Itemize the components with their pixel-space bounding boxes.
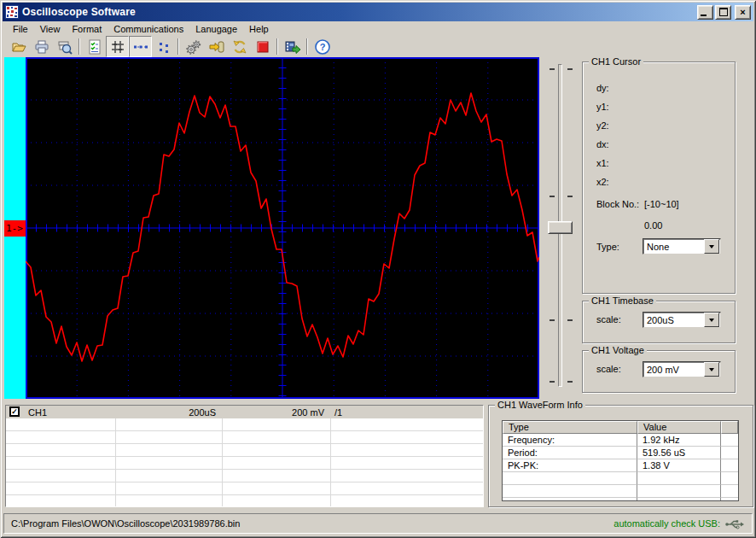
menu-communications[interactable]: Communications (108, 23, 189, 35)
oscilloscope-display (26, 57, 539, 399)
ch1-timebase-title: CH1 Timebase (589, 295, 656, 306)
close-button[interactable]: × (735, 5, 751, 20)
ch1-timebase-value: 200uS (116, 407, 223, 418)
grid-toggle-button[interactable] (106, 36, 129, 57)
dropdown-button[interactable] (704, 362, 719, 377)
toolbar-separator (306, 38, 308, 55)
slider-tick (550, 319, 555, 321)
dots-mode-button[interactable] (152, 36, 175, 57)
grid-icon (109, 38, 126, 56)
print-preview-button[interactable] (53, 36, 76, 57)
usb-icon (724, 518, 745, 529)
ch1-cursor-title: CH1 Cursor (589, 56, 643, 67)
slider-tick (550, 68, 555, 70)
minimize-icon (701, 15, 707, 16)
table-row (6, 444, 483, 457)
dropdown-button[interactable] (704, 239, 719, 254)
connect-device-button[interactable] (205, 36, 228, 57)
ch1-voltage-title: CH1 Voltage (589, 345, 647, 355)
ch1-checkbox[interactable]: ✓ (9, 406, 20, 417)
vertical-position-slider (544, 60, 575, 391)
cursor-x2-label: x2: (596, 177, 609, 187)
close-icon: × (740, 8, 745, 16)
table-row (503, 472, 738, 485)
voltage-scale-value: 200 mV (643, 365, 703, 375)
slider-tick (567, 68, 573, 70)
menu-language[interactable]: Lanugage (189, 23, 243, 35)
slider-tick (567, 196, 573, 197)
slider-handle[interactable] (548, 221, 573, 234)
channel-list-button[interactable] (83, 36, 106, 57)
table-row (503, 498, 738, 501)
settings-button[interactable] (182, 36, 205, 57)
app-icon (5, 5, 19, 19)
cursor-type-value: None (643, 242, 703, 252)
timebase-scale-select[interactable]: 200uS (643, 312, 721, 328)
maximize-icon (719, 8, 728, 16)
menu-format[interactable]: Format (66, 23, 108, 35)
ch1-name: CH1 (6, 407, 116, 418)
cursor-y1-label: y1: (596, 102, 609, 112)
cursor-y2-label: y2: (596, 120, 609, 131)
pkpk-value: 1.38 V (637, 459, 721, 472)
channel1-position-marker[interactable]: 1-> (4, 220, 26, 237)
frequency-value: 1.92 kHz (637, 434, 721, 447)
waveform-info-table: Type Value Frequency: 1.92 kHz Period: 5… (502, 420, 739, 501)
voltage-scale-select[interactable]: 200 mV (643, 361, 721, 377)
help-icon: ? (314, 38, 331, 56)
refresh-icon (231, 38, 248, 56)
connect-icon (208, 38, 225, 56)
usb-status-text: automatically check USB: (614, 518, 720, 529)
chevron-down-icon (709, 245, 714, 249)
timebase-scale-value: 200uS (643, 315, 703, 325)
toolbar-separator (276, 38, 278, 55)
cursor-dy-label: dy: (596, 83, 609, 93)
spacer-column-header (721, 421, 738, 434)
cursor-type-label: Type: (596, 242, 619, 252)
title-bar: Oscilloscope Software × (3, 3, 753, 21)
menu-view[interactable]: View (34, 23, 67, 35)
menu-file[interactable]: File (7, 23, 34, 35)
open-file-button[interactable] (7, 36, 30, 57)
print-preview-icon (56, 38, 73, 56)
dropdown-button[interactable] (704, 313, 719, 327)
stop-icon (254, 38, 271, 56)
waveform-info-title: CH1 WaveForm Info (495, 400, 585, 410)
print-button[interactable] (30, 36, 53, 57)
svg-text:?: ? (319, 42, 325, 52)
value-column-header: Value (637, 421, 721, 434)
slider-tick (550, 196, 555, 197)
pkpk-row: PK-PK: 1.38 V (503, 459, 738, 472)
block-no-label: Block No.: (596, 199, 639, 209)
frequency-label: Frequency: (503, 434, 637, 447)
frequency-row: Frequency: 1.92 kHz (503, 434, 738, 447)
chevron-down-icon (709, 319, 714, 322)
stop-button[interactable] (251, 36, 274, 57)
dot-line-mode-button[interactable] (129, 36, 152, 57)
ch1-cursor-panel: CH1 Cursor dy: y1: y2: dx: x1: x2: Block… (582, 61, 736, 294)
timebase-scale-label: scale: (596, 314, 621, 325)
maximize-button[interactable] (715, 5, 731, 20)
table-row (6, 418, 483, 431)
pkpk-label: PK-PK: (503, 459, 637, 472)
type-column-header: Type (503, 421, 637, 434)
usb-status-area: automatically check USB: (614, 518, 745, 529)
refresh-button[interactable] (228, 36, 251, 57)
help-button[interactable]: ? (311, 36, 334, 57)
ch1-voltage-panel: CH1 Voltage scale: 200 mV (582, 350, 736, 393)
block-no-value: 0.00 (644, 220, 662, 231)
minimize-button[interactable] (697, 5, 713, 20)
table-row (6, 482, 483, 495)
channel-row-ch1[interactable]: ✓ CH1 200uS 200 mV /1 (6, 406, 483, 418)
checklist-icon (86, 38, 103, 56)
menu-help[interactable]: Help (243, 23, 275, 35)
toolbar: ? (3, 36, 753, 57)
voltage-scale-label: scale: (596, 364, 621, 374)
cursor-type-select[interactable]: None (643, 238, 721, 254)
chevron-down-icon (709, 368, 714, 371)
toolbar-separator (177, 38, 179, 55)
export-video-button[interactable] (281, 36, 304, 57)
cursor-dx-label: dx: (596, 139, 609, 149)
table-row (6, 495, 483, 507)
ch1-probe-value: /1 (331, 407, 483, 418)
